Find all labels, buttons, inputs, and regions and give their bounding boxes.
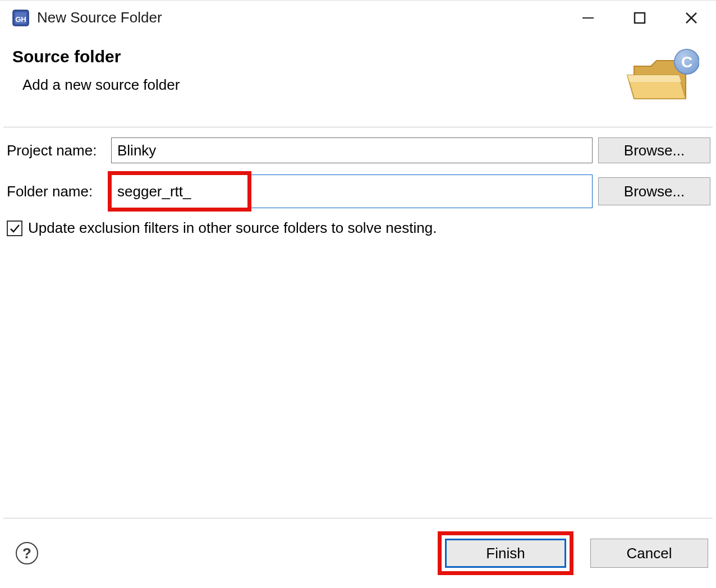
exclusion-filter-checkbox[interactable]	[7, 220, 22, 236]
dialog-footer: ? Finish Cancel	[0, 518, 716, 588]
project-name-input[interactable]	[111, 137, 593, 163]
folder-c-icon: C	[626, 47, 699, 109]
svg-text:GH: GH	[15, 15, 26, 23]
cancel-button[interactable]: Cancel	[590, 539, 708, 568]
window-title: New Source Folder	[37, 9, 579, 26]
form-area: Project name: Browse... Folder name: Bro…	[0, 127, 716, 518]
folder-name-label: Folder name:	[6, 183, 105, 200]
finish-button[interactable]: Finish	[445, 539, 566, 568]
exclusion-filter-row: Update exclusion filters in other source…	[6, 219, 710, 237]
help-button[interactable]: ?	[16, 542, 38, 564]
help-icon: ?	[22, 545, 31, 562]
dialog-heading: Source folder	[12, 47, 180, 66]
project-name-row: Project name: Browse...	[6, 137, 710, 163]
folder-name-input-wrap	[111, 174, 593, 208]
folder-name-row: Folder name: Browse...	[6, 174, 710, 208]
app-icon: GH	[12, 10, 29, 26]
project-name-label: Project name:	[6, 142, 105, 159]
dialog-header: Source folder Add a new source folder C	[0, 35, 716, 127]
project-browse-button[interactable]: Browse...	[598, 137, 710, 163]
folder-browse-button[interactable]: Browse...	[598, 177, 710, 205]
titlebar: GH New Source Folder	[0, 0, 716, 35]
window-controls	[579, 9, 709, 27]
svg-rect-4	[635, 13, 645, 23]
svg-text:C: C	[681, 53, 692, 71]
folder-name-input[interactable]	[112, 178, 592, 204]
close-button[interactable]	[682, 9, 700, 27]
dialog-subheading: Add a new source folder	[22, 76, 180, 94]
maximize-button[interactable]	[631, 9, 649, 27]
highlight-box: Finish	[438, 531, 573, 575]
exclusion-filter-label: Update exclusion filters in other source…	[28, 219, 437, 237]
minimize-button[interactable]	[579, 9, 597, 27]
